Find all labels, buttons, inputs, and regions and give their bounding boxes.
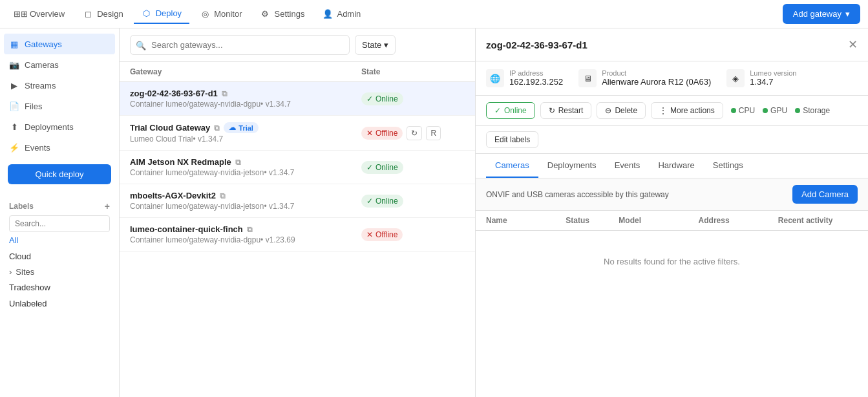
- copy-icon[interactable]: ⧉: [214, 123, 220, 133]
- check-icon: ✓: [494, 106, 501, 115]
- copy-icon[interactable]: ⧉: [220, 191, 226, 200]
- top-nav: ⊞ Overview ◻ Design ⬡ Deploy ◎ Monitor ⚙…: [0, 0, 868, 28]
- label-item-unlabeled[interactable]: Unlabeled: [9, 295, 110, 312]
- trial-badge: ☁ Trial: [224, 122, 259, 133]
- label-item-all[interactable]: All: [9, 232, 110, 248]
- detail-actions: ✓ Online ↻ Restart ⊖ Delete ⋮ More actio…: [476, 96, 868, 126]
- nav-deploy[interactable]: ⬡ Deploy: [134, 5, 189, 24]
- copy-icon[interactable]: ⧉: [222, 89, 228, 98]
- check-icon: ✓: [366, 163, 373, 172]
- gateway-name: Trial Cloud Gateway ⧉ ☁ Trial: [130, 122, 361, 133]
- add-label-icon[interactable]: +: [105, 201, 110, 211]
- cameras-description: ONVIF and USB cameras accessible by this…: [486, 190, 669, 199]
- tab-events[interactable]: Events: [606, 154, 650, 178]
- refresh-button[interactable]: ↻: [407, 126, 422, 140]
- restart-icon: ↻: [549, 106, 555, 115]
- nav-settings[interactable]: ⚙ Settings: [252, 5, 312, 23]
- gateway-info: mboelts-AGX-Devkit2 ⧉ Container lumeo/ga…: [130, 191, 361, 211]
- table-row[interactable]: lumeo-container-quick-finch ⧉ Container …: [120, 218, 475, 252]
- table-header: Gateway State: [120, 62, 475, 82]
- label-item-sites[interactable]: › Sites: [9, 264, 110, 279]
- product-item: 🖥 Product Alienware Aurora R12 (0A63): [578, 69, 711, 87]
- col-header-model: Model: [619, 216, 698, 225]
- chevron-down-icon: ▾: [845, 9, 850, 19]
- content-area: 🔍 State ▾ Gateway State zog-02-42-36-93-…: [120, 28, 475, 397]
- check-icon: ✓: [366, 94, 373, 103]
- search-bar: 🔍 State ▾: [120, 28, 475, 62]
- gateway-table: Gateway State zog-02-42-36-93-67-d1 ⧉ Co…: [120, 62, 475, 397]
- labels-section: Labels + All Cloud › Sites Tradeshow Unl…: [0, 196, 119, 317]
- gateway-status: ✕ Offline: [361, 228, 465, 241]
- gateway-name: zog-02-42-36-93-67-d1 ⧉: [130, 89, 361, 98]
- nav-design[interactable]: ◻ Design: [75, 5, 131, 23]
- storage-chip: Storage: [795, 106, 830, 115]
- monitor-icon: ◎: [200, 9, 210, 19]
- tab-cameras[interactable]: Cameras: [486, 154, 538, 178]
- gateway-sub: Container lumeo/gateway-nvidia-dgpu• v1.…: [130, 100, 361, 109]
- label-item-tradeshow[interactable]: Tradeshow: [9, 279, 110, 295]
- gateway-name: mboelts-AGX-Devkit2 ⧉: [130, 191, 361, 200]
- close-button[interactable]: ✕: [848, 38, 858, 52]
- more-actions-button[interactable]: ⋮ More actions: [651, 102, 723, 119]
- nav-admin[interactable]: 👤 Admin: [315, 5, 368, 23]
- gateway-name: lumeo-container-quick-finch ⧉: [130, 224, 361, 234]
- edit-labels-button[interactable]: Edit labels: [486, 131, 538, 148]
- sidebar-item-deployments[interactable]: ⬆ Deployments: [0, 116, 119, 137]
- delete-icon: ⊖: [605, 106, 611, 115]
- more-icon: ⋮: [659, 106, 667, 115]
- sidebar-item-events[interactable]: ⚡ Events: [0, 137, 119, 158]
- copy-icon[interactable]: ⧉: [247, 225, 253, 234]
- sidebar: ▦ Gateways 📷 Cameras ▶ Streams 📄 Files ⬆…: [0, 28, 120, 397]
- gateway-status: ✓ Online: [361, 195, 465, 208]
- sidebar-item-streams[interactable]: ▶ Streams: [0, 75, 119, 96]
- table-row[interactable]: AIM Jetson NX Redmaple ⧉ Container lumeo…: [120, 151, 475, 184]
- add-gateway-button[interactable]: Add gateway ▾: [783, 4, 860, 24]
- resource-chips: CPU GPU Storage: [731, 106, 830, 115]
- delete-button[interactable]: ⊖ Delete: [597, 102, 646, 119]
- table-row[interactable]: zog-02-42-36-93-67-d1 ⧉ Container lumeo/…: [120, 82, 475, 116]
- col-header-name: Name: [486, 216, 566, 225]
- settings-icon: ⚙: [260, 9, 270, 19]
- col-header-state: State: [361, 67, 465, 76]
- sidebar-item-cameras[interactable]: 📷 Cameras: [0, 54, 119, 75]
- col-header-gateway: Gateway: [130, 67, 361, 76]
- chevron-down-icon: ▾: [384, 40, 388, 50]
- tab-hardware[interactable]: Hardware: [649, 154, 703, 178]
- streams-icon: ▶: [9, 80, 19, 91]
- sidebar-item-files[interactable]: 📄 Files: [0, 96, 119, 116]
- files-icon: 📄: [9, 101, 19, 111]
- add-camera-button[interactable]: Add Camera: [792, 185, 858, 204]
- search-icon: 🔍: [136, 40, 146, 50]
- x-icon: ✕: [366, 129, 373, 138]
- check-icon: ✓: [366, 197, 373, 206]
- status-badge: ✓ Online: [361, 92, 403, 105]
- label-search-input[interactable]: [9, 215, 110, 232]
- quick-deploy-button[interactable]: Quick deploy: [8, 164, 111, 184]
- cloud-icon: ☁: [229, 123, 236, 132]
- deployments-icon: ⬆: [9, 122, 19, 132]
- online-status-button[interactable]: ✓ Online: [486, 102, 535, 119]
- storage-status-dot: [795, 108, 800, 113]
- sidebar-item-gateways[interactable]: ▦ Gateways: [4, 34, 115, 54]
- table-row[interactable]: Trial Cloud Gateway ⧉ ☁ Trial Lumeo Clou…: [120, 116, 475, 151]
- admin-icon: 👤: [323, 9, 333, 19]
- row-action-button[interactable]: R: [426, 126, 441, 140]
- copy-icon[interactable]: ⧉: [235, 158, 241, 167]
- nav-overview[interactable]: ⊞ Overview: [8, 5, 72, 23]
- table-row[interactable]: mboelts-AGX-Devkit2 ⧉ Container lumeo/ga…: [120, 184, 475, 218]
- state-filter[interactable]: State ▾: [355, 35, 396, 55]
- gateway-sub: Container lumeo/gateway-nvidia-jetson• v…: [130, 168, 361, 177]
- cpu-chip: CPU: [731, 106, 755, 115]
- tab-settings[interactable]: Settings: [704, 154, 752, 178]
- col-header-status: Status: [566, 216, 619, 225]
- events-icon: ⚡: [9, 142, 19, 153]
- nav-monitor[interactable]: ◎ Monitor: [192, 5, 249, 23]
- search-input[interactable]: [130, 35, 350, 55]
- gateway-status: ✓ Online: [361, 161, 465, 174]
- label-item-cloud[interactable]: Cloud: [9, 248, 110, 264]
- gpu-chip: GPU: [763, 106, 787, 115]
- cameras-toolbar: ONVIF and USB cameras accessible by this…: [476, 178, 868, 211]
- gateway-sub: Lumeo Cloud Trial• v1.34.7: [130, 134, 361, 144]
- restart-button[interactable]: ↻ Restart: [540, 102, 592, 119]
- tab-deployments[interactable]: Deployments: [538, 154, 606, 178]
